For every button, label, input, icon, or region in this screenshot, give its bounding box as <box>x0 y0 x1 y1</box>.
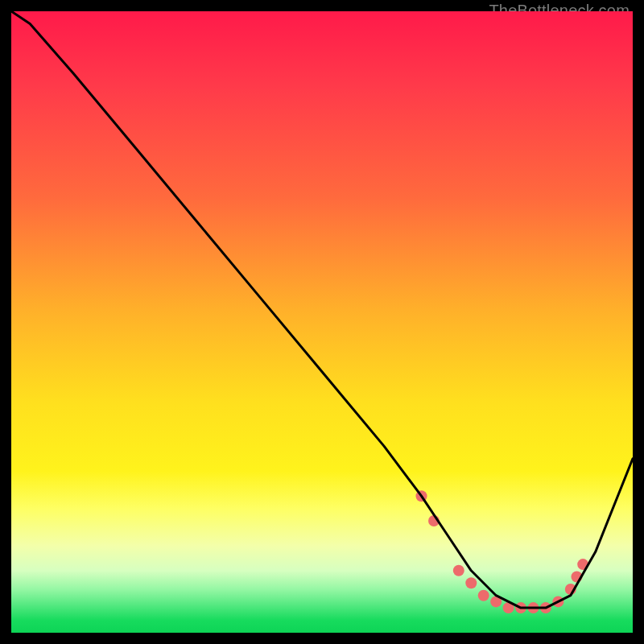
chart-frame <box>11 11 633 633</box>
chart-svg <box>11 11 633 633</box>
marker-dot <box>453 565 464 576</box>
chart-stage: TheBottleneck.com <box>0 0 644 644</box>
marker-dot <box>478 590 489 601</box>
marker-dot <box>465 577 477 588</box>
bottleneck-curve <box>11 11 633 608</box>
markers-group <box>416 490 589 613</box>
